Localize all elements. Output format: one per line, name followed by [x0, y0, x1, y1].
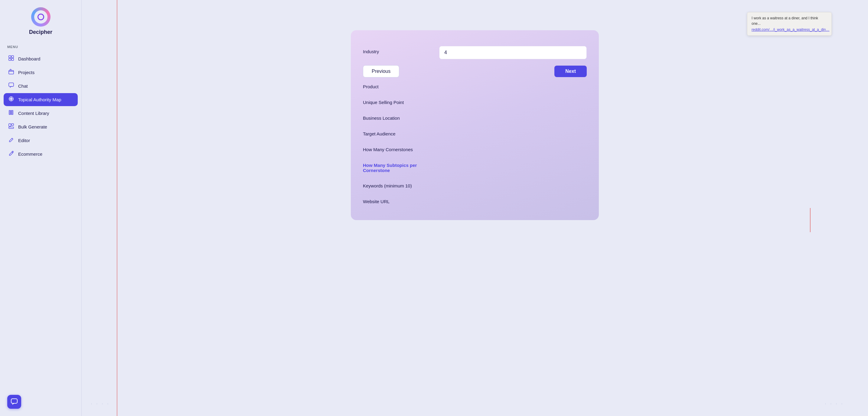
dashboard-icon [8, 55, 14, 62]
svg-rect-15 [9, 127, 13, 128]
sidebar-item-label-bulk-generate: Bulk Generate [18, 124, 47, 129]
industry-input[interactable] [439, 46, 587, 59]
chat-bubble-button[interactable] [7, 395, 21, 409]
sidebar-item-bulk-generate[interactable]: Bulk Generate [4, 120, 78, 133]
step-row-cornerstones: How Many Cornerstones [351, 140, 599, 156]
svg-rect-5 [9, 83, 13, 87]
sidebar-item-label-chat: Chat [18, 84, 28, 89]
sidebar-item-dashboard[interactable]: Dashboard [4, 52, 78, 65]
bulk-generate-icon [8, 123, 14, 130]
step-label-keywords: Keywords (minimum 10) [363, 180, 430, 188]
svg-rect-4 [9, 70, 13, 74]
sidebar-item-editor[interactable]: Editor [4, 134, 78, 147]
dots-decoration-right: · · · · [825, 401, 844, 407]
step-row-keywords: Keywords (minimum 10) [351, 177, 599, 192]
editor-icon [8, 137, 14, 144]
step-content-industry [439, 46, 587, 59]
menu-label: MENU [0, 45, 81, 49]
dots-decoration-left: · · · · [91, 401, 110, 407]
svg-rect-3 [11, 58, 13, 61]
form-container: Industry Previous Next Product Unique Se… [351, 30, 599, 220]
sidebar-item-label-editor: Editor [18, 138, 30, 143]
step-list: Industry Previous Next Product Unique Se… [351, 30, 599, 220]
step-label-business-location: Business Location [363, 113, 430, 121]
svg-rect-12 [12, 110, 13, 115]
step-label-website-url: Website URL [363, 196, 430, 204]
svg-rect-2 [9, 58, 11, 61]
chat-icon [8, 83, 14, 90]
step-row-subtopics: How Many Subtopics per Cornerstone [351, 156, 599, 177]
step-row-industry: Industry [351, 42, 599, 63]
vertical-line-right [810, 208, 810, 232]
step-label-target-audience: Target Audience [363, 128, 430, 136]
main-nav: Dashboard Projects Chat [0, 52, 81, 161]
ecommerce-icon [8, 151, 14, 158]
topical-authority-icon [8, 96, 14, 103]
sidebar-item-label-ecommerce: Ecommerce [18, 152, 42, 157]
sidebar: Decipher MENU Dashboard [0, 0, 82, 416]
logo-icon [31, 7, 51, 27]
sidebar-item-chat[interactable]: Chat [4, 79, 78, 93]
svg-rect-13 [9, 124, 11, 126]
content-library-icon [8, 110, 14, 117]
nav-buttons-row: Previous Next [351, 65, 599, 77]
step-row-product: Product [351, 77, 599, 93]
next-button[interactable]: Next [554, 66, 587, 77]
step-row-target-audience: Target Audience [351, 125, 599, 140]
sidebar-item-label-projects: Projects [18, 70, 34, 75]
svg-rect-11 [10, 110, 11, 115]
svg-rect-17 [11, 399, 17, 403]
logo-area: Decipher [0, 7, 81, 35]
sidebar-item-topical-authority-map[interactable]: Topical Authority Map [4, 93, 78, 106]
step-label-subtopics: How Many Subtopics per Cornerstone [363, 160, 430, 173]
sidebar-item-label-dashboard: Dashboard [18, 56, 40, 61]
step-label-product: Product [363, 81, 430, 89]
sidebar-item-label-content-library: Content Library [18, 110, 49, 116]
sidebar-item-content-library[interactable]: Content Library [4, 107, 78, 120]
svg-rect-14 [11, 124, 13, 125]
svg-rect-0 [9, 56, 11, 58]
svg-rect-10 [9, 110, 10, 115]
previous-button[interactable]: Previous [363, 65, 399, 77]
step-row-website-url: Website URL [351, 192, 599, 208]
svg-point-16 [12, 151, 13, 152]
step-row-business-location: Business Location [351, 109, 599, 125]
app-name: Decipher [29, 29, 52, 35]
svg-rect-1 [11, 56, 13, 58]
sidebar-item-ecommerce[interactable]: Ecommerce [4, 148, 78, 161]
sidebar-item-label-tam: Topical Authority Map [18, 97, 61, 102]
step-label-cornerstones: How Many Cornerstones [363, 144, 430, 152]
step-row-usp: Unique Selling Point [351, 93, 599, 109]
step-label-usp: Unique Selling Point [363, 97, 430, 105]
sidebar-item-projects[interactable]: Projects [4, 66, 78, 79]
projects-icon [8, 69, 14, 76]
step-label-industry: Industry [363, 46, 430, 54]
main-content: Industry Previous Next Product Unique Se… [82, 0, 868, 416]
